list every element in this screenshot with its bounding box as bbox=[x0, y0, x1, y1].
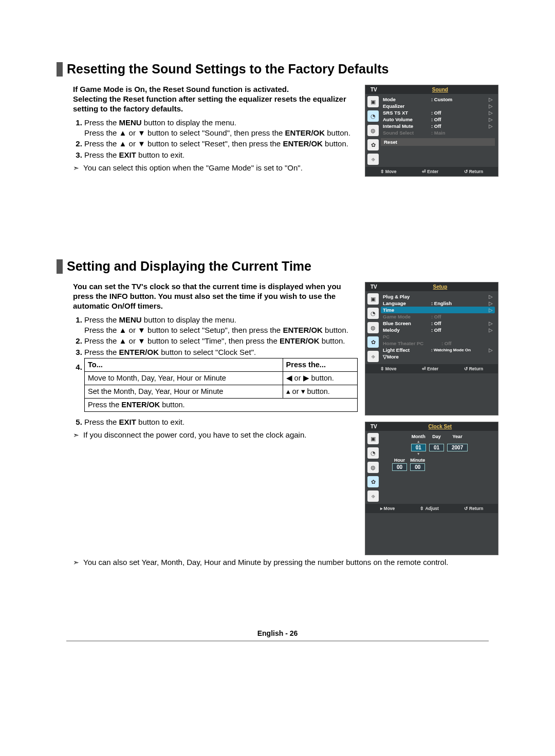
osd-title: Sound bbox=[382, 85, 498, 94]
step-2: Press the ▲ or ▼ button to select "Time"… bbox=[84, 336, 358, 346]
chevron-up-icon: ▲ bbox=[417, 440, 420, 443]
clock-value-year: 2007 bbox=[447, 444, 468, 451]
osd-row-time: Time ▷ bbox=[381, 307, 495, 313]
move-icon: ▸ bbox=[380, 506, 383, 511]
chevron-right-icon: ▷ bbox=[489, 347, 493, 353]
osd-footer: ⇳Move ⏎Enter ↺Return bbox=[365, 364, 498, 373]
setup-icon: ✿ bbox=[367, 139, 379, 150]
picture-icon: ▣ bbox=[367, 96, 379, 107]
chevron-right-icon: ▷ bbox=[489, 103, 493, 109]
osd-sidebar-icons: ▣ ◔ ◍ ✿ ⎆ bbox=[365, 291, 381, 364]
chevron-right-icon: ▷ bbox=[489, 123, 493, 129]
osd-sidebar-icons: ▣ ◔ ◍ ✿ ⎆ bbox=[365, 431, 381, 504]
section-2-header: Setting and Displaying the Current Time bbox=[57, 259, 498, 274]
step-3: Press the EXIT button to exit. bbox=[84, 150, 358, 160]
osd-source-label: TV bbox=[365, 282, 382, 291]
header-rule-icon bbox=[57, 62, 63, 77]
clock-label-month: Month bbox=[412, 434, 425, 439]
section-1-steps: Press the MENU button to display the men… bbox=[73, 118, 358, 160]
chevron-right-icon: ▷ bbox=[489, 294, 493, 299]
input-icon: ⎆ bbox=[367, 154, 379, 165]
osd-title: Setup bbox=[382, 282, 498, 291]
chevron-right-icon: ▷ bbox=[489, 327, 493, 333]
clock-value-hour: 00 bbox=[392, 463, 407, 471]
header-rule-icon bbox=[57, 259, 63, 274]
chevron-right-icon: ▷ bbox=[489, 97, 493, 102]
adjust-icon: ⇳ bbox=[420, 506, 424, 511]
chevron-right-icon: ▷ bbox=[489, 110, 493, 116]
osd-row-pc: PC bbox=[381, 333, 495, 340]
osd-title: Clock Set bbox=[382, 422, 498, 431]
osd-footer: ▸Move ⇳Adjust ↺Return bbox=[365, 504, 498, 513]
osd-row-more: ▽More bbox=[381, 353, 495, 360]
step-1: Press the MENU button to display the men… bbox=[84, 118, 358, 138]
table-header-press: Press the... bbox=[283, 358, 357, 372]
chevron-right-icon: ▷ bbox=[489, 117, 493, 122]
osd-sound: TV Sound ▣ ◔ ◍ ✿ ⎆ Mode : Custom ▷ bbox=[365, 85, 498, 177]
return-icon: ↺ bbox=[464, 506, 468, 511]
table-row: Set the Month, Day, Year, Hour or Minute bbox=[85, 385, 283, 398]
clock-label-hour: Hour bbox=[394, 458, 405, 463]
osd-row-internal-mute: Internal Mute : Off ▷ bbox=[381, 123, 495, 129]
table-row: ▴ or ▾ button. bbox=[283, 385, 357, 398]
osd-sidebar-icons: ▣ ◔ ◍ ✿ ⎆ bbox=[365, 94, 381, 167]
page-footer: English - 26 bbox=[66, 629, 489, 641]
picture-icon: ▣ bbox=[367, 293, 379, 305]
osd-row-equalizer: Equalizer ▷ bbox=[381, 103, 495, 109]
osd-row-light-effect: Light Effect : Watching Mode On ▷ bbox=[381, 347, 495, 353]
note-power-cord: ➣ If you disconnect the power cord, you … bbox=[73, 430, 358, 440]
section-2-title: Setting and Displaying the Current Time bbox=[67, 259, 311, 274]
table-row: ◀ or ▶ button. bbox=[283, 372, 357, 385]
osd-row-mode: Mode : Custom ▷ bbox=[381, 96, 495, 103]
note-game-mode: ➣ You can select this option when the "G… bbox=[73, 163, 358, 173]
picture-icon: ▣ bbox=[367, 433, 379, 444]
osd-row-blue-screen: Blue Screen : Off ▷ bbox=[381, 320, 495, 327]
osd-row-reset: Reset bbox=[381, 138, 495, 146]
table-row: Move to Month, Day, Year, Hour or Minute bbox=[85, 372, 283, 385]
input-icon: ⎆ bbox=[367, 490, 379, 502]
osd-row-plug-play: Plug & Play ▷ bbox=[381, 293, 495, 300]
section-1-title: Resetting the Sound Settings to the Fact… bbox=[67, 62, 388, 77]
channel-icon: ◍ bbox=[367, 462, 379, 473]
section-2-intro: You can set the TV's clock so that the c… bbox=[73, 282, 358, 311]
setup-icon: ✿ bbox=[367, 476, 379, 487]
step-1: Press the MENU button to display the men… bbox=[84, 315, 358, 335]
chevron-right-icon: ➣ bbox=[73, 557, 79, 568]
chevron-right-icon: ▷ bbox=[489, 300, 493, 306]
note-remote-numbers: ➣ You can also set Year, Month, Day, Hou… bbox=[73, 557, 498, 568]
clock-label-year: Year bbox=[453, 434, 462, 439]
sound-icon: ◔ bbox=[367, 447, 379, 459]
clock-label-day: Day bbox=[432, 434, 441, 439]
chevron-right-icon: ➣ bbox=[73, 163, 79, 173]
section-1-header: Resetting the Sound Settings to the Fact… bbox=[57, 62, 498, 77]
osd-row-home-theater-pc: Home Theater PC : Off bbox=[381, 340, 495, 347]
osd-row-srs: SRS TS XT : Off ▷ bbox=[381, 109, 495, 116]
return-icon: ↺ bbox=[464, 169, 468, 174]
section-1-intro: If Game Mode is On, the Reset Sound func… bbox=[73, 85, 358, 114]
move-icon: ⇳ bbox=[380, 169, 384, 174]
osd-row-game-mode: Game Mode : Off bbox=[381, 313, 495, 320]
enter-icon: ⏎ bbox=[422, 169, 426, 174]
chevron-right-icon: ▷ bbox=[489, 307, 493, 313]
osd-setup: TV Setup ▣ ◔ ◍ ✿ ⎆ Plug & Play ▷ bbox=[365, 282, 498, 415]
clock-value-minute: 00 bbox=[410, 463, 425, 471]
osd-footer: ⇳Move ⏎Enter ↺Return bbox=[365, 167, 498, 176]
osd-row-language: Language : English ▷ bbox=[381, 300, 495, 307]
input-icon: ⎆ bbox=[367, 351, 379, 362]
chevron-down-icon: ▼ bbox=[417, 452, 420, 456]
osd-row-sound-select: Sound Select : Main bbox=[381, 129, 495, 136]
osd-source-label: TV bbox=[365, 422, 382, 431]
channel-icon: ◍ bbox=[367, 125, 379, 136]
step-3: Press the ENTER/OK button to select "Clo… bbox=[84, 347, 358, 357]
step-4-table: To... Press the... Move to Month, Day, Y… bbox=[84, 358, 358, 411]
clock-label-minute: Minute bbox=[410, 458, 425, 463]
step-5: Press the EXIT button to exit. bbox=[84, 417, 358, 427]
table-header-to: To... bbox=[85, 358, 283, 372]
osd-source-label: TV bbox=[365, 85, 382, 94]
step-2: Press the ▲ or ▼ button to select "Reset… bbox=[84, 139, 358, 149]
enter-icon: ⏎ bbox=[422, 366, 426, 371]
setup-icon: ✿ bbox=[367, 336, 379, 348]
channel-icon: ◍ bbox=[367, 322, 379, 333]
osd-row-melody: Melody : Off ▷ bbox=[381, 327, 495, 333]
clock-value-day: 01 bbox=[429, 444, 444, 451]
